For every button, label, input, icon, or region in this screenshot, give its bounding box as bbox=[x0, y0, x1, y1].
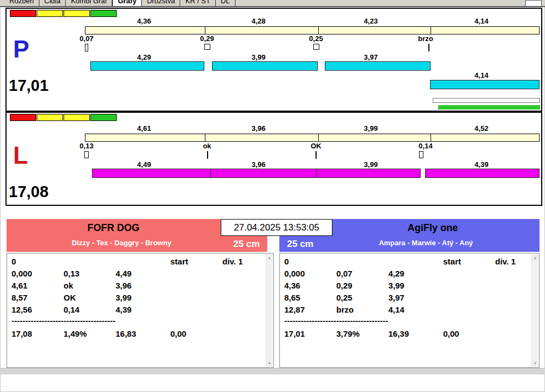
category-badge: 25 cm bbox=[287, 239, 313, 250]
app-window: RozbehČidlaKombi GrafGrafyDružstváKR / S… bbox=[0, 0, 545, 392]
indicator-red bbox=[10, 114, 36, 121]
table-cell: 16,83 bbox=[116, 328, 170, 340]
split-time-label: 4,52 bbox=[460, 124, 503, 132]
tab-rozbeh[interactable]: Rozbeh bbox=[4, 0, 39, 6]
scrollbar[interactable]: ▲ ▼ bbox=[266, 254, 273, 367]
table-cell: 8,57 bbox=[12, 292, 64, 304]
scroll-down-icon[interactable]: ▼ bbox=[532, 360, 538, 367]
timestamp-box: 27.04.2025 13:53:05 bbox=[221, 219, 332, 236]
table-header-row: 0 start div. 1 bbox=[12, 256, 263, 268]
table-cell: 4,29 bbox=[388, 268, 443, 280]
table-separator: -------------------------------------- bbox=[12, 316, 263, 327]
table-cell: 16,39 bbox=[388, 328, 443, 340]
table-row: 0,000 0,13 4,49 bbox=[12, 268, 263, 280]
team-dogs: Dizzy - Tex - Daggry - Browny bbox=[7, 239, 237, 247]
category-badge: 25 cm bbox=[233, 239, 260, 250]
segment-bar bbox=[85, 134, 540, 142]
table-cell: 0,29 bbox=[336, 280, 388, 292]
table-cell: 4,61 bbox=[12, 280, 64, 292]
indicator-yellow-1 bbox=[37, 10, 63, 17]
scroll-up-icon[interactable]: ▲ bbox=[266, 254, 273, 261]
graph-panel-p: 4,36 4,28 4,23 4,14 0,07 0,29 0,25 brzo … bbox=[5, 8, 542, 112]
tab-cidla[interactable]: Čidla bbox=[39, 0, 66, 6]
tab-kombi-graf[interactable]: Kombi Graf bbox=[66, 0, 112, 6]
tab-druzstva[interactable]: Družstvá bbox=[142, 0, 180, 6]
table-cell: 0,25 bbox=[336, 292, 388, 304]
tab-dl[interactable]: DL bbox=[216, 0, 236, 6]
split-time-label: 4,14 bbox=[460, 17, 503, 25]
indicator-strip bbox=[10, 114, 117, 121]
split-time-label: 4,23 bbox=[349, 17, 393, 25]
table-row: 12,87 brzo 4,14 bbox=[284, 304, 529, 316]
table-cell: 0,14 bbox=[64, 304, 116, 316]
table-cell: div. 1 bbox=[222, 256, 263, 268]
sensor-marker-square bbox=[313, 44, 319, 50]
spare-bar-outline bbox=[433, 98, 540, 103]
scoreboard: FOFR DOG Dizzy - Tex - Daggry - Browny 2… bbox=[7, 219, 540, 368]
table-cell: 4,36 bbox=[284, 280, 336, 292]
indicator-red bbox=[10, 10, 36, 17]
run-time-label: 3,97 bbox=[349, 53, 393, 61]
table-cell: 3,99 bbox=[116, 292, 170, 304]
scroll-up-icon[interactable]: ▲ bbox=[532, 254, 538, 261]
segment-tick bbox=[318, 134, 319, 141]
total-time: 17,08 bbox=[9, 184, 49, 200]
table-row: 4,61 ok 3,96 bbox=[12, 280, 263, 292]
sensor-marker-square bbox=[204, 44, 210, 50]
table-cell: start bbox=[170, 256, 222, 268]
change-time-label: 0,13 bbox=[70, 142, 103, 150]
split-time-label: 4,61 bbox=[122, 124, 166, 132]
table-cell: 0,000 bbox=[284, 268, 336, 280]
sensor-marker-line bbox=[207, 151, 208, 159]
table-cell: 3,79% bbox=[336, 328, 388, 340]
table-separator: -------------------------------------- bbox=[284, 316, 529, 327]
results-table-body: 0 start div. 1 0,000 0,13 4,49 4,61 ok 3… bbox=[12, 256, 263, 340]
run-time-label: 4,29 bbox=[122, 53, 166, 61]
table-cell: brzo bbox=[336, 304, 388, 316]
scroll-down-icon[interactable]: ▼ bbox=[266, 360, 273, 367]
change-time-label: brzo bbox=[409, 34, 442, 43]
sensor-marker-box bbox=[84, 151, 89, 158]
run-bar bbox=[325, 61, 431, 71]
run-bar bbox=[210, 169, 317, 178]
team-dogs: Ampara - Marwie - Atý - Aný bbox=[312, 239, 540, 247]
table-cell: start bbox=[443, 256, 495, 268]
split-time-label: 3,96 bbox=[237, 124, 280, 132]
run-bar bbox=[90, 61, 204, 71]
segment-bar bbox=[85, 26, 540, 34]
indicator-yellow-2 bbox=[64, 114, 90, 121]
indicator-strip bbox=[10, 10, 117, 17]
graph-panel-l: 4,61 3,96 3,99 4,52 0,13 ok OK 0,14 4,49… bbox=[5, 112, 542, 206]
table-row: 8,65 0,25 3,97 bbox=[284, 292, 529, 304]
indicator-green bbox=[90, 114, 117, 121]
table-total-row: 17,08 1,49% 16,83 0,00 bbox=[12, 328, 263, 340]
tab-grafy[interactable]: Grafy bbox=[112, 0, 142, 7]
table-cell: 0,00 bbox=[443, 328, 495, 340]
table-row: 0,000 0,07 4,29 bbox=[284, 268, 529, 280]
scrollbar[interactable]: ▲ ▼ bbox=[531, 254, 538, 367]
run-bar bbox=[212, 61, 318, 71]
table-header-row: 0 start div. 1 bbox=[284, 256, 529, 268]
tab-bar: RozbehČidlaKombi GrafGrafyDružstváKR / S… bbox=[0, 0, 545, 7]
change-time-label: 0,14 bbox=[409, 142, 442, 150]
panel-letter: P bbox=[13, 37, 29, 61]
table-row: 12,56 0,14 4,39 bbox=[12, 304, 263, 316]
tab-kr-st[interactable]: KR / ST bbox=[180, 0, 216, 6]
table-cell: ok bbox=[64, 280, 116, 292]
team-name: FOFR DOG bbox=[7, 222, 220, 234]
table-cell: 0 bbox=[284, 256, 336, 268]
table-cell: 0,07 bbox=[336, 268, 388, 280]
spare-bar-green bbox=[438, 105, 540, 109]
table-cell: 3,99 bbox=[388, 280, 443, 292]
results-table-body: 0 start div. 1 0,000 0,07 4,29 4,36 0,29… bbox=[284, 256, 529, 340]
table-cell: 0,000 bbox=[12, 268, 64, 280]
split-time-label: 3,99 bbox=[349, 124, 393, 132]
table-cell: 8,65 bbox=[284, 292, 336, 304]
indicator-green bbox=[90, 10, 117, 17]
table-cell: 1,49% bbox=[64, 328, 116, 340]
segment-tick bbox=[205, 27, 205, 34]
table-cell: 4,39 bbox=[116, 304, 170, 316]
team-name: AgiFly one bbox=[326, 222, 540, 234]
split-time-label: 4,28 bbox=[237, 17, 280, 25]
sensor-marker-line bbox=[315, 151, 317, 159]
